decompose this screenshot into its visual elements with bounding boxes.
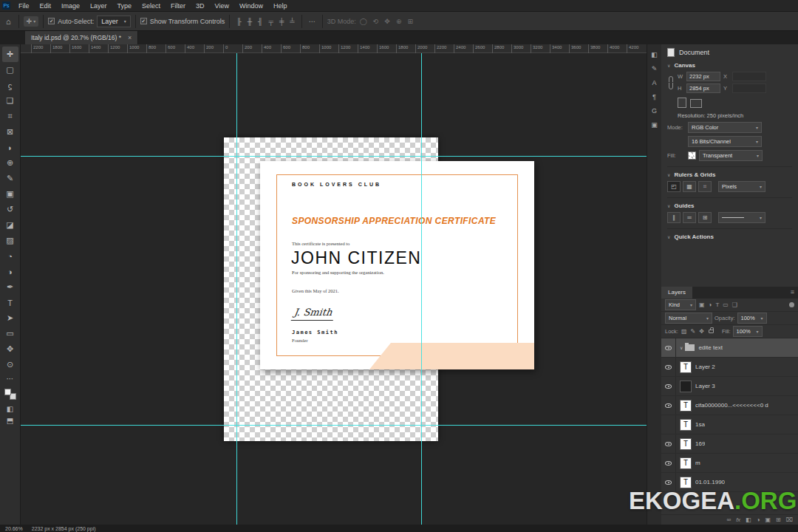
quick-actions-section-header[interactable]: ∨ Quick Actions xyxy=(667,228,792,240)
orbit-3d-icon[interactable]: ◯ xyxy=(358,18,369,25)
new-layer-icon[interactable]: ⊞ xyxy=(776,516,781,523)
more-options-icon[interactable]: ⋯ xyxy=(307,18,318,25)
object-selection-tool-icon[interactable]: ❏ xyxy=(2,93,18,109)
filter-smart-objects-icon[interactable]: ❑ xyxy=(732,301,738,308)
visibility-toggle[interactable] xyxy=(661,377,676,395)
align-top-icon[interactable]: ╤ xyxy=(267,18,276,25)
opacity-select[interactable]: 100% ▾ xyxy=(737,313,767,324)
history-brush-tool-icon[interactable]: ↺ xyxy=(2,202,18,217)
lock-pixels-icon[interactable]: ✎ xyxy=(690,328,697,335)
align-bottom-icon[interactable]: ╧ xyxy=(287,18,296,25)
vertical-guide[interactable] xyxy=(236,53,237,525)
visibility-toggle[interactable] xyxy=(661,415,676,434)
menu-file[interactable]: File xyxy=(13,0,35,12)
eraser-tool-icon[interactable]: ◪ xyxy=(2,217,18,233)
visibility-toggle[interactable] xyxy=(661,358,676,376)
horizontal-guide[interactable] xyxy=(21,156,647,157)
layer-row[interactable]: ∨edite text xyxy=(661,338,798,358)
menu-image[interactable]: Image xyxy=(56,0,85,12)
foreground-color-swatch[interactable] xyxy=(4,389,11,395)
layer-name[interactable]: 169 xyxy=(695,440,705,447)
document-type-row[interactable]: Document xyxy=(667,48,792,57)
lock-position-icon[interactable]: ✥ xyxy=(698,328,705,335)
zoom-level[interactable]: 20.66% xyxy=(5,526,23,531)
pen-tool-icon[interactable]: ✒ xyxy=(2,279,18,295)
layer-name[interactable]: 1sa xyxy=(695,421,705,428)
guide-style-select[interactable]: ▾ xyxy=(718,212,765,223)
canvas-area[interactable]: 2200180016001400120010008006004002000200… xyxy=(21,44,647,525)
screen-mode-icon[interactable]: ⬒ xyxy=(7,415,13,426)
toggle-guides-button[interactable]: ∥ xyxy=(667,212,681,223)
layer-thumbnail[interactable]: T xyxy=(680,438,692,450)
type-tool-icon[interactable]: T xyxy=(2,295,18,310)
gradient-tool-icon[interactable]: ▨ xyxy=(2,233,18,248)
layer-fill-select[interactable]: 100% ▾ xyxy=(733,326,763,337)
guides-section-header[interactable]: ∨ Guides xyxy=(667,197,792,209)
visibility-toggle[interactable] xyxy=(661,454,676,472)
marquee-tool-icon[interactable]: ▢ xyxy=(2,62,18,78)
path-selection-tool-icon[interactable]: ➤ xyxy=(2,310,18,326)
current-tool-icon[interactable]: ✛▾ xyxy=(24,16,39,27)
eyedropper-tool-icon[interactable]: ◗ xyxy=(2,140,18,155)
shape-tool-icon[interactable]: ▭ xyxy=(2,326,18,341)
toggle-rulers-button[interactable]: ◰ xyxy=(667,181,681,192)
layer-style-icon[interactable]: fx xyxy=(736,516,740,523)
menu-view[interactable]: View xyxy=(210,0,234,12)
auto-select-target-select[interactable]: Layer▾ xyxy=(97,16,131,27)
certificate-artwork[interactable]: BOOK LOVERS CLUB SPONSORSHIP APPRECIATIO… xyxy=(260,161,534,369)
clone-source-panel-icon[interactable]: ▣ xyxy=(651,117,658,132)
visibility-toggle[interactable] xyxy=(661,434,676,453)
canvas-section-header[interactable]: ∨ Canvas xyxy=(667,62,792,69)
pan-3d-icon[interactable]: ✥ xyxy=(382,18,392,25)
portrait-orientation-button[interactable] xyxy=(678,98,686,108)
document-tab[interactable]: Italy id.psd @ 20.7% (RGB/16) * × xyxy=(25,31,138,44)
group-expand-icon[interactable]: ∨ xyxy=(680,345,683,350)
x-input[interactable] xyxy=(732,72,766,81)
toggle-snap-button[interactable]: ⌗ xyxy=(698,181,712,192)
new-group-icon[interactable]: ▣ xyxy=(765,516,771,523)
glyphs-panel-icon[interactable]: G xyxy=(652,103,657,117)
rulers-grids-section-header[interactable]: ∨ Rulers & Grids xyxy=(667,166,792,178)
close-tab-icon[interactable]: × xyxy=(128,34,132,41)
fill-swatch[interactable] xyxy=(688,151,696,160)
menu-type[interactable]: Type xyxy=(112,0,137,12)
fill-select[interactable]: Transparent ▾ xyxy=(699,150,763,161)
layer-name[interactable]: m xyxy=(695,460,700,466)
layer-thumbnail[interactable]: T xyxy=(680,457,692,469)
layer-row[interactable]: T1sa xyxy=(661,415,798,434)
link-dimensions-icon[interactable] xyxy=(669,76,673,89)
layer-thumbnail[interactable]: T xyxy=(680,361,692,373)
visibility-toggle[interactable] xyxy=(661,396,676,415)
menu-select[interactable]: Select xyxy=(137,0,166,12)
filter-toggle-icon[interactable] xyxy=(789,302,794,307)
hand-tool-icon[interactable]: ✥ xyxy=(2,341,18,357)
height-input[interactable]: 2854 px xyxy=(686,83,720,93)
layer-mask-icon[interactable]: ◧ xyxy=(746,516,751,523)
lock-transparency-icon[interactable]: ▨ xyxy=(681,328,688,335)
auto-select-checkbox[interactable]: ✓ xyxy=(48,18,55,24)
layer-name[interactable]: edite text xyxy=(698,344,722,351)
color-mode-select[interactable]: RGB Color ▾ xyxy=(688,122,762,133)
filter-adjustment-layers-icon[interactable]: ◑ xyxy=(708,301,713,308)
healing-brush-tool-icon[interactable]: ⊕ xyxy=(2,155,18,171)
layer-row[interactable]: Tcifa0000000...<<<<<<<<0 d xyxy=(661,396,798,415)
zoom-tool-icon[interactable]: ⊙ xyxy=(2,357,18,372)
show-transform-checkbox[interactable]: ✓ xyxy=(140,18,147,24)
layer-row[interactable]: T169 xyxy=(661,434,798,454)
lock-all-icon[interactable] xyxy=(709,330,714,333)
align-center-h-icon[interactable]: ╫ xyxy=(245,18,254,25)
quick-mask-icon[interactable]: ◧ xyxy=(7,403,13,415)
menu-edit[interactable]: Edit xyxy=(35,0,57,12)
panel-menu-icon[interactable]: ≡ xyxy=(791,287,798,299)
menu-filter[interactable]: Filter xyxy=(166,0,191,12)
landscape-orientation-button[interactable] xyxy=(690,99,702,108)
vertical-guide[interactable] xyxy=(421,53,422,525)
dodge-tool-icon[interactable]: ◑ xyxy=(2,264,18,279)
toggle-grid-button[interactable]: ▦ xyxy=(683,181,696,192)
layer-name[interactable]: cifa0000000...<<<<<<<<0 d xyxy=(695,402,768,409)
horizontal-ruler[interactable]: 2200180016001400120010008006004002000200… xyxy=(21,44,647,53)
layer-row[interactable]: TLayer 2 xyxy=(661,358,798,377)
layer-thumbnail[interactable] xyxy=(680,381,692,392)
layer-name[interactable]: Layer 3 xyxy=(695,383,715,389)
slide-3d-icon[interactable]: ⊕ xyxy=(394,18,404,25)
